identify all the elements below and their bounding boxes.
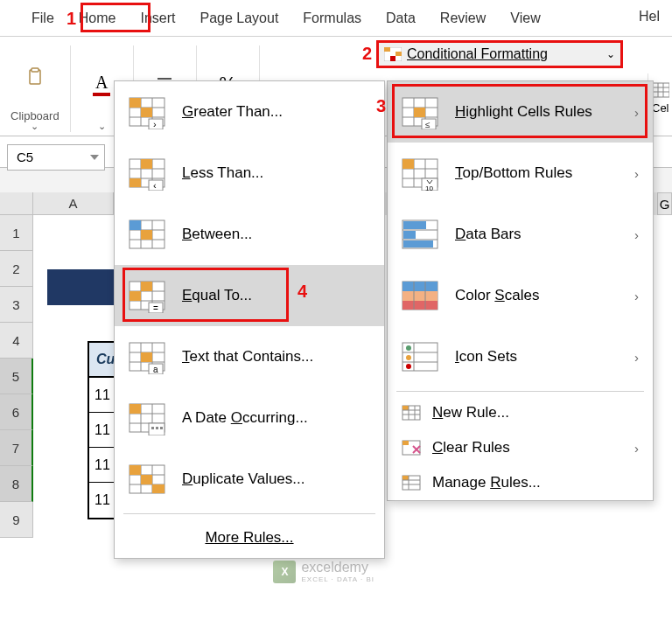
menu-more-rules[interactable]: More Rules... — [115, 518, 384, 558]
menu-new-rule[interactable]: New Rule... — [388, 395, 653, 430]
menu-label: A Date Occurring... — [182, 409, 308, 427]
menu-text-contains[interactable]: a Text that Contains... — [115, 326, 384, 387]
tab-help[interactable]: Hel — [626, 0, 672, 33]
svg-text:=: = — [153, 303, 158, 313]
chevron-right-icon: › — [634, 350, 639, 365]
new-rule-icon — [401, 404, 422, 421]
tab-insert[interactable]: Insert — [128, 2, 187, 35]
row-header[interactable]: 3 — [0, 287, 33, 323]
menu-less-than[interactable]: ‹ Less Than... — [115, 143, 384, 204]
select-all-cell[interactable] — [0, 192, 33, 215]
watermark-logo: X — [273, 561, 296, 583]
watermark: X exceldemy EXCEL · DATA · BI — [273, 560, 374, 583]
menu-data-bars[interactable]: Data Bars › — [388, 204, 653, 265]
svg-text:‹: ‹ — [153, 180, 157, 191]
menu-separator — [123, 513, 375, 514]
cond-fmt-label: Conditional Formatting — [407, 46, 548, 62]
svg-rect-39 — [402, 301, 438, 310]
menu-label: Manage Rules... — [432, 474, 541, 491]
row-header[interactable]: 8 — [0, 466, 33, 502]
date-icon — [128, 401, 166, 435]
svg-rect-19 — [414, 108, 425, 117]
row-header[interactable]: 5 — [0, 359, 33, 394]
chevron-right-icon: › — [634, 289, 639, 303]
tab-formulas[interactable]: Formulas — [290, 2, 374, 35]
menu-icon-sets[interactable]: Icon Sets › — [388, 326, 653, 387]
name-box[interactable]: C5 — [7, 144, 105, 171]
menu-duplicate-values[interactable]: Duplicate Values... — [115, 449, 384, 510]
svg-text:›: › — [153, 119, 157, 129]
menu-color-scales[interactable]: Color Scales › — [388, 265, 653, 326]
row-header[interactable]: 1 — [0, 215, 33, 251]
cells-icon — [652, 82, 669, 98]
row-header[interactable]: 6 — [0, 394, 33, 430]
menu-label: Less Than... — [182, 164, 263, 182]
top-bottom-icon: 10 — [401, 156, 439, 191]
svg-rect-35 — [403, 240, 433, 247]
svg-rect-111 — [151, 427, 154, 429]
menu-label: Equal To... — [182, 287, 252, 304]
ribbon-tabs: File Home Insert Page Layout Formulas Da… — [0, 0, 672, 37]
greater-than-icon: › — [128, 94, 166, 129]
svg-rect-109 — [130, 404, 141, 414]
menu-label: Data Bars — [455, 226, 522, 243]
tab-data[interactable]: Data — [374, 2, 428, 35]
chevron-right-icon: › — [634, 227, 639, 242]
tab-page-layout[interactable]: Page Layout — [187, 2, 290, 35]
conditional-formatting-menu: ≤ Highlight Cells Rules › 10 Top/Bottom … — [387, 80, 654, 501]
menu-top-bottom-rules[interactable]: 10 Top/Bottom Rules › — [388, 143, 653, 204]
tab-home[interactable]: Home — [66, 2, 129, 35]
row-header[interactable]: 9 — [0, 502, 33, 538]
chevron-down-icon: ⌄ — [31, 121, 38, 132]
svg-point-47 — [406, 355, 411, 360]
menu-greater-than[interactable]: › Greater Than... — [115, 81, 384, 143]
chevron-right-icon: › — [634, 166, 639, 181]
svg-text:10: 10 — [425, 185, 433, 191]
menu-label: Text that Contains... — [182, 348, 313, 366]
menu-label: Color Scales — [455, 287, 539, 304]
svg-rect-67 — [130, 98, 141, 108]
chevron-right-icon: › — [634, 441, 639, 456]
menu-label: Clear Rules — [432, 439, 510, 456]
less-than-icon: ‹ — [128, 156, 166, 191]
svg-rect-112 — [156, 427, 158, 429]
row-header[interactable]: 4 — [0, 323, 33, 359]
manage-rules-icon — [401, 474, 422, 491]
svg-rect-77 — [130, 178, 141, 187]
svg-rect-119 — [130, 465, 141, 475]
group-clipboard[interactable]: Clipboard ⌄ — [0, 45, 71, 132]
col-header-a[interactable]: A — [33, 192, 114, 215]
menu-clear-rules[interactable]: Clear Rules › — [388, 430, 653, 465]
svg-rect-27 — [402, 159, 414, 169]
svg-rect-121 — [152, 484, 164, 493]
svg-point-48 — [406, 364, 411, 369]
conditional-formatting-button[interactable]: Conditional Formatting ⌄ — [378, 42, 621, 66]
svg-rect-7 — [396, 52, 402, 56]
menu-date-occurring[interactable]: A Date Occurring... — [115, 387, 384, 449]
data-bars-icon — [401, 217, 439, 252]
svg-rect-113 — [160, 427, 163, 429]
menu-between[interactable]: Between... — [115, 204, 384, 265]
svg-rect-6 — [384, 47, 390, 52]
svg-rect-33 — [403, 221, 426, 229]
tab-file[interactable]: File — [19, 2, 66, 35]
svg-rect-68 — [141, 108, 152, 117]
chevron-right-icon: › — [634, 105, 639, 120]
svg-text:≤: ≤ — [425, 120, 430, 129]
menu-equal-to[interactable]: = Equal To... — [115, 265, 384, 326]
svg-rect-9 — [652, 83, 669, 97]
row-header[interactable]: 7 — [0, 430, 33, 466]
menu-highlight-cells-rules[interactable]: ≤ Highlight Cells Rules › — [388, 81, 653, 143]
menu-manage-rules[interactable]: Manage Rules... — [388, 465, 653, 500]
row-header[interactable]: 2 — [0, 251, 33, 287]
svg-rect-92 — [141, 282, 152, 291]
tab-review[interactable]: Review — [428, 2, 498, 35]
col-header-g[interactable]: G — [657, 192, 672, 215]
menu-label: Greater Than... — [182, 103, 283, 121]
tab-view[interactable]: View — [498, 2, 552, 35]
svg-rect-86 — [141, 230, 152, 240]
svg-text:a: a — [153, 365, 158, 374]
svg-rect-38 — [402, 291, 438, 301]
svg-rect-34 — [403, 231, 416, 239]
icon-sets-icon — [401, 339, 439, 374]
